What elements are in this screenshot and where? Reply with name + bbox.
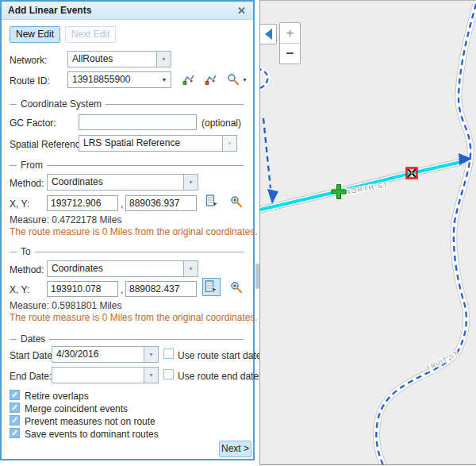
select-route-end-tool-icon[interactable]: [205, 73, 217, 89]
panel-header: Add Linear Events ✕: [2, 2, 253, 20]
start-date-select[interactable]: 4/30/2016 ▼: [52, 346, 159, 363]
chevron-down-icon[interactable]: ▼: [183, 261, 198, 276]
merge-coincident-events-checkbox[interactable]: ✓: [10, 402, 20, 413]
spatial-reference-select[interactable]: LRS Spatial Reference ▼: [79, 135, 237, 152]
from-x-input[interactable]: [47, 195, 118, 211]
pick-to-coordinates-on-map-icon[interactable]: [202, 278, 221, 296]
section-from: From: [10, 160, 244, 171]
zoom-to-from-point-icon[interactable]: [230, 195, 243, 211]
loop-casing: [260, 68, 267, 88]
chevron-left-icon: [265, 29, 272, 40]
from-measure-warning: The route measure is 0 Miles from the or…: [10, 226, 258, 237]
zoom-to-to-point-icon[interactable]: [230, 281, 243, 297]
to-method-value: Coordinates: [48, 261, 183, 276]
start-date-label: Start Date:: [10, 350, 55, 361]
merge-coincident-events-label: Merge coincident events: [25, 403, 128, 414]
chevron-down-icon[interactable]: ▼: [144, 368, 158, 383]
route-id-combo[interactable]: 13918855900 ▼: [67, 71, 171, 88]
collapse-panel-button[interactable]: [260, 24, 277, 44]
new-edit-button[interactable]: New Edit: [10, 26, 60, 43]
map-zoom-control: + −: [279, 22, 301, 64]
use-route-end-date-label: Use route end date: [178, 371, 259, 382]
network-select[interactable]: AllRoutes ▼: [67, 51, 171, 67]
route-direction-arrow-left: [267, 189, 278, 204]
from-y-input[interactable]: [125, 195, 197, 211]
network-label: Network:: [10, 55, 47, 66]
from-method-label: Method:: [10, 178, 44, 189]
to-xy-label: X, Y:: [10, 284, 29, 295]
close-icon[interactable]: ✕: [237, 5, 246, 17]
panel-title: Add Linear Events: [2, 5, 91, 16]
spatial-reference-value: LRS Spatial Reference: [79, 136, 222, 151]
from-method-value: Coordinates: [48, 175, 183, 190]
zoom-dropdown-caret-icon[interactable]: ▼: [242, 77, 248, 83]
use-route-end-date-checkbox[interactable]: [163, 369, 174, 379]
to-x-input[interactable]: [47, 281, 118, 297]
from-xy-label: X, Y:: [10, 198, 29, 210]
retire-overlaps-label: Retire overlaps: [25, 391, 89, 402]
start-date-value: 4/30/2016: [52, 347, 144, 362]
to-measure-warning: The route measure is 0 Miles from the or…: [10, 312, 258, 323]
save-events-dominant-checkbox[interactable]: ✓: [10, 428, 20, 438]
retire-overlaps-checkbox[interactable]: ✓: [10, 390, 20, 400]
map-graphics: NORTH ST FRUIT ST: [260, 1, 476, 465]
chevron-down-icon[interactable]: ▼: [156, 52, 171, 67]
section-title: From: [21, 160, 43, 171]
spatial-reference-label: Spatial Reference:: [10, 139, 88, 150]
to-method-select[interactable]: Coordinates ▼: [47, 260, 198, 277]
end-date-select[interactable]: ▼: [52, 367, 159, 383]
chevron-down-icon: ▼: [222, 136, 236, 151]
zoom-out-button[interactable]: −: [280, 44, 300, 64]
pick-from-coordinates-on-map-icon[interactable]: [205, 194, 219, 211]
check-icon: ✓: [11, 429, 18, 437]
section-to: To: [10, 246, 244, 257]
prevent-measures-label: Prevent measures not on route: [25, 416, 155, 427]
map-canvas[interactable]: NORTH ST FRUIT ST + −: [259, 0, 476, 465]
route-id-label: Route ID:: [10, 75, 50, 87]
select-route-start-tool-icon[interactable]: [182, 73, 195, 89]
from-measure-text: Measure: 0.4722178 Miles: [10, 214, 121, 225]
end-date-label: End Date:: [10, 371, 52, 382]
gc-factor-optional-hint: (optional): [202, 117, 241, 129]
add-linear-events-panel: Add Linear Events ✕ New Edit Next Edit N…: [0, 0, 255, 460]
next-edit-button[interactable]: Next Edit: [65, 26, 116, 43]
save-events-dominant-label: Save events to dominant routes: [25, 429, 159, 440]
zoom-in-button[interactable]: +: [280, 23, 300, 44]
to-measure-text: Measure: 0.5981801 Miles: [10, 300, 121, 311]
xy-separator: ,: [121, 284, 123, 295]
section-title: Dates: [21, 333, 45, 345]
zoom-to-route-icon[interactable]: [227, 73, 240, 89]
to-y-input[interactable]: [125, 281, 197, 297]
chevron-down-icon[interactable]: ▼: [183, 175, 198, 190]
chevron-down-icon[interactable]: ▼: [144, 347, 158, 362]
gc-factor-label: GC Factor:: [10, 117, 56, 129]
next-button[interactable]: Next >: [219, 441, 251, 457]
use-route-start-date-checkbox[interactable]: [163, 349, 174, 359]
section-coordinate-system: Coordinate System: [10, 98, 244, 110]
section-title: To: [21, 246, 31, 257]
side-route-dashed-line: [263, 118, 271, 188]
app-window: Add Linear Events ✕ New Edit Next Edit N…: [0, 0, 476, 466]
xy-separator: ,: [121, 198, 123, 210]
chevron-down-icon[interactable]: ▼: [158, 72, 171, 87]
use-route-start-date-label: Use route start date: [178, 350, 261, 361]
from-method-select[interactable]: Coordinates ▼: [47, 174, 198, 191]
gc-factor-input[interactable]: [79, 114, 197, 130]
check-icon: ✓: [11, 391, 18, 399]
check-icon: ✓: [11, 403, 18, 412]
check-icon: ✓: [11, 416, 18, 425]
prevent-measures-checkbox[interactable]: ✓: [10, 415, 20, 426]
section-title: Coordinate System: [21, 98, 102, 110]
route-id-value: 13918855900: [68, 72, 158, 87]
section-dates: Dates: [10, 333, 244, 345]
network-value: AllRoutes: [68, 52, 156, 67]
to-method-label: Method:: [10, 264, 44, 275]
end-date-value: [52, 368, 144, 383]
